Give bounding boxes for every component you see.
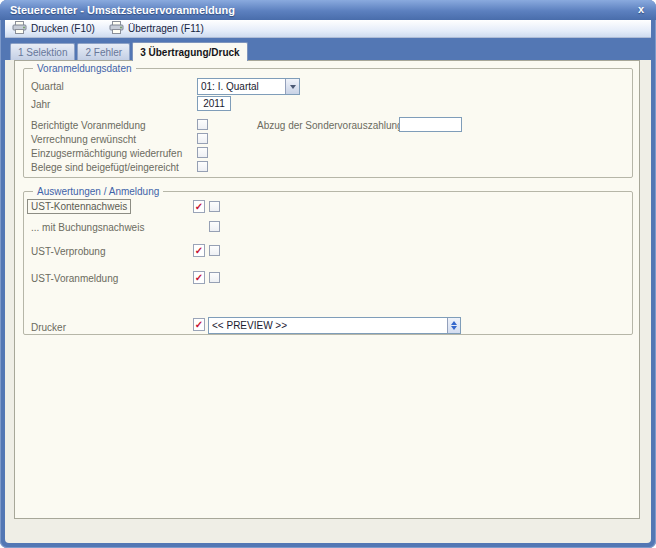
triangle-glyph: [290, 85, 296, 89]
drucker-label: Drucker: [31, 322, 66, 333]
jahr-label: Jahr: [31, 99, 50, 110]
print-toggle-checked-icon[interactable]: ✓: [193, 200, 205, 213]
red-check-glyph: ✓: [194, 272, 204, 283]
belege-beigefuegt-checkbox[interactable]: [197, 161, 208, 172]
tab-strip: 1 Selektion 2 Fehler 3 Übertragung/Druck: [10, 42, 250, 61]
ust-voranmeldung-checkbox[interactable]: [209, 272, 220, 283]
printer-icon: [12, 21, 27, 36]
einzugsermaechtigung-checkbox[interactable]: [197, 147, 208, 158]
tab-uebertragung-druck[interactable]: 3 Übertragung/Druck: [132, 42, 247, 61]
drucker-value: << PREVIEW >>: [209, 320, 447, 331]
updown-spinner-icon[interactable]: [447, 318, 460, 333]
ust-kontennachweis-checkbox[interactable]: [209, 201, 220, 212]
verrechnung-erwuenscht-checkbox[interactable]: [197, 133, 208, 144]
print-toggle-checked-icon[interactable]: ✓: [193, 318, 205, 331]
tab-fehler[interactable]: 2 Fehler: [77, 43, 130, 60]
einzugsermaechtigung-label: Einzugsermächtigung wiederrufen: [31, 148, 182, 159]
mit-buchungsnachweis-label: ... mit Buchungsnachweis: [31, 222, 144, 233]
triangle-up-glyph: [451, 321, 457, 325]
window-title: Steuercenter - Umsatzsteuervoranmeldung: [10, 4, 235, 16]
quartal-select[interactable]: 01: I. Quartal: [197, 78, 300, 95]
red-check-glyph: ✓: [194, 201, 204, 212]
drucken-button-label: Drucken (F10): [31, 23, 95, 34]
verrechnung-erwuenscht-label: Verrechnung erwünscht: [31, 134, 136, 145]
quartal-value: 01: I. Quartal: [198, 81, 285, 92]
uebertragen-button-label: Übertragen (F11): [128, 23, 204, 34]
group-auswertungen-legend: Auswertungen / Anmeldung: [33, 185, 163, 198]
uebertragen-button[interactable]: Übertragen (F11): [106, 20, 207, 37]
belege-beigefuegt-label: Belege sind beigefügt/eingereicht: [31, 162, 179, 173]
tab-selektion[interactable]: 1 Selektion: [10, 43, 75, 60]
jahr-input[interactable]: [197, 96, 231, 111]
ust-verprobung-label: UST-Verprobung: [31, 246, 106, 257]
abzug-sondervorauszahlung-label: Abzug der Sondervorauszahlung: [257, 120, 403, 131]
printer-icon: [109, 21, 124, 36]
titlebar[interactable]: Steuercenter - Umsatzsteuervoranmeldung …: [0, 0, 656, 20]
chevron-down-icon[interactable]: [285, 79, 299, 94]
quartal-label: Quartal: [31, 81, 64, 92]
triangle-down-glyph: [451, 326, 457, 330]
close-icon[interactable]: x: [638, 0, 644, 20]
red-check-glyph: ✓: [194, 319, 204, 330]
drucken-button[interactable]: Drucken (F10): [9, 20, 98, 37]
ust-voranmeldung-label: UST-Voranmeldung: [31, 273, 118, 284]
ust-kontennachweis-label[interactable]: UST-Kontennachweis: [27, 199, 131, 214]
toolbar: Drucken (F10) Übertragen (F11): [5, 20, 651, 38]
red-check-glyph: ✓: [194, 245, 204, 256]
print-toggle-checked-icon[interactable]: ✓: [193, 244, 205, 257]
tab-page-panel: Voranmeldungsdaten Quartal 01: I. Quarta…: [14, 60, 640, 519]
drucker-select[interactable]: << PREVIEW >>: [208, 317, 461, 334]
group-voranmeldungsdaten-legend: Voranmeldungsdaten: [33, 62, 136, 75]
ust-verprobung-checkbox[interactable]: [209, 245, 220, 256]
mit-buchungsnachweis-checkbox[interactable]: [209, 221, 220, 232]
app-window: Steuercenter - Umsatzsteuervoranmeldung …: [0, 0, 656, 548]
berichtigte-voranmeldung-checkbox[interactable]: [197, 119, 208, 130]
print-toggle-checked-icon[interactable]: ✓: [193, 271, 205, 284]
abzug-sondervorauszahlung-input[interactable]: [399, 117, 462, 132]
berichtigte-voranmeldung-label: Berichtigte Voranmeldung: [31, 120, 146, 131]
